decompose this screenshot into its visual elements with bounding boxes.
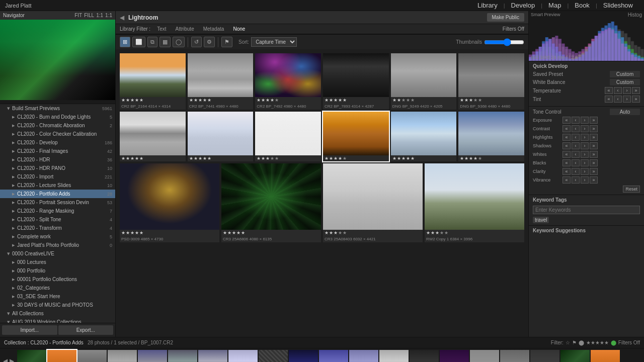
star-1[interactable]: ★ (223, 230, 227, 235)
filmstrip-thumb-17[interactable] (530, 350, 559, 363)
star-4[interactable]: ★ (440, 230, 444, 235)
star-2[interactable]: ★ (397, 98, 401, 103)
filter-green-dot[interactable]: ⬤ (611, 340, 616, 345)
tint-increment-large[interactable]: » (632, 96, 640, 103)
thumbnail-size-slider[interactable] (484, 38, 524, 46)
whites-increment[interactable]: › (581, 151, 589, 158)
star-5[interactable]: ★ (139, 98, 143, 103)
clarity-increment-large[interactable]: » (590, 168, 598, 175)
zoom-1-1[interactable]: 1:1 (96, 13, 103, 18)
filter-metadata[interactable]: Metadata (201, 26, 227, 32)
star-1[interactable]: ★ (460, 98, 464, 103)
tint-increment[interactable]: › (623, 96, 631, 103)
folder-item-14[interactable]: ▸ CL2020 - Transform 4 (0, 224, 115, 232)
loupe-view-button[interactable]: ⬜ (132, 37, 145, 47)
filter-attribute[interactable]: Attribute (173, 26, 196, 32)
vibrance-increment-large[interactable]: » (590, 176, 598, 184)
nav-develop[interactable]: Develop (505, 2, 541, 9)
export-button[interactable]: Export... (58, 325, 114, 335)
contrast-decrement[interactable]: ‹ (572, 125, 580, 132)
star-3[interactable]: ★ (130, 156, 134, 161)
filmstrip-thumb-3[interactable] (108, 350, 137, 363)
folder-item-5[interactable]: ▸ CL2020 - Final Images 42 (0, 147, 115, 155)
filmstrip-thumb-7[interactable] (228, 350, 258, 363)
folder-item-4[interactable]: ▸ CL2020 - Develop 186 (0, 138, 115, 147)
star-4[interactable]: ★ (270, 156, 274, 161)
star-3[interactable]: ★ (232, 230, 236, 235)
star-5[interactable]: ★ (139, 230, 143, 235)
star-4[interactable]: ★ (135, 98, 139, 103)
star-5[interactable]: ★ (241, 230, 245, 235)
star-2[interactable]: ★ (194, 156, 198, 161)
filmstrip-thumb-2[interactable] (77, 350, 107, 363)
star-2[interactable]: ★ (464, 98, 468, 103)
filmstrip-prev[interactable]: ◀ (3, 357, 8, 363)
saved-preset-value[interactable]: Custom (610, 71, 640, 77)
temp-decrement-large[interactable]: « (605, 87, 613, 94)
folder-item-10[interactable]: ▸ CL2020 - Portfolio Adds 28 (0, 190, 115, 198)
vibrance-decrement-large[interactable]: « (562, 176, 571, 184)
star-1[interactable]: ★ (189, 156, 193, 161)
folder-item-11[interactable]: ▸ CL2020 - Portrait Session Devin 53 (0, 198, 115, 207)
temp-decrement[interactable]: ‹ (614, 87, 622, 94)
highlights-increment-large[interactable]: » (590, 134, 598, 141)
filter-color-icon[interactable]: ⬤ (579, 340, 584, 345)
star-3[interactable]: ★ (130, 230, 134, 235)
star-2[interactable]: ★ (329, 98, 333, 103)
photo-cell-4[interactable]: ★★★★★CR2 BP_7893 4314 × 4287 (323, 53, 389, 110)
star-5[interactable]: ★ (478, 98, 482, 103)
folder-item-12[interactable]: ▸ CL2020 - Range Masking 7 (0, 207, 115, 215)
folder-item-3[interactable]: ▸ CL2020 - Color Checker Calibration (0, 130, 115, 138)
star-4[interactable]: ★ (338, 156, 342, 161)
filter-none[interactable]: None (230, 26, 248, 32)
photo-cell-9[interactable]: ★★★★★ (255, 112, 321, 161)
star-5[interactable]: ★ (478, 156, 482, 161)
folder-item-9[interactable]: ▸ CL2020 - Lecture Slides 10 (0, 181, 115, 190)
star-2[interactable]: ★ (329, 156, 333, 161)
blacks-decrement[interactable]: ‹ (572, 159, 580, 166)
highlights-decrement-large[interactable]: « (562, 134, 571, 141)
nav-map[interactable]: Map (542, 2, 567, 9)
folder-item-7[interactable]: ▸ CL2020 - HDR PANO 10 (0, 164, 115, 172)
photo-cell-8[interactable]: ★★★★★ (188, 112, 254, 161)
whites-decrement[interactable]: ‹ (572, 151, 580, 158)
tint-decrement[interactable]: ‹ (614, 96, 622, 103)
star-4[interactable]: ★ (473, 156, 477, 161)
star-2[interactable]: ★ (261, 98, 265, 103)
star-4[interactable]: ★ (270, 98, 274, 103)
filmstrip-thumb-15[interactable] (470, 350, 499, 363)
star-5[interactable]: ★ (411, 156, 415, 161)
blacks-increment[interactable]: › (581, 159, 589, 166)
folder-item-23[interactable]: ▸ 30 DAYS of MUSIC and PHOTOS (0, 301, 115, 309)
folder-item-6[interactable]: ▸ CL2020 - HDR 36 (0, 155, 115, 164)
star-5[interactable]: ★ (444, 230, 448, 235)
clarity-decrement-large[interactable]: « (562, 168, 571, 175)
compare-view-button[interactable]: ⧉ (147, 37, 157, 47)
rotate-right-button[interactable]: ⚙ (204, 37, 215, 47)
status-filters-off[interactable]: Filters Off (618, 340, 640, 345)
folder-item-16[interactable]: ▸ Jared Platt's Photo Portfolio 0 (0, 241, 115, 249)
star-1[interactable]: ★ (189, 98, 193, 103)
star-3[interactable]: ★ (401, 156, 406, 161)
star-5[interactable]: ★ (275, 156, 279, 161)
filmstrip-thumb-4[interactable] (138, 350, 167, 363)
blacks-decrement-large[interactable]: « (562, 159, 571, 166)
photo-cell-15[interactable]: ★★★★★CR3 25A08403 6032 × 4421 (323, 163, 423, 242)
star-5[interactable]: ★ (343, 98, 347, 103)
blacks-increment-large[interactable]: » (590, 159, 598, 166)
import-button[interactable]: Import... (2, 325, 57, 335)
contrast-increment-large[interactable]: » (590, 125, 598, 132)
star-3[interactable]: ★ (266, 98, 270, 103)
star-3[interactable]: ★ (198, 98, 202, 103)
star-5[interactable]: ★ (343, 156, 347, 161)
photo-cell-1[interactable]: ★★★★★CR2 BP_2164 4314 × 4314 (120, 53, 186, 110)
folder-item-0[interactable]: ▾ Build Smart Previews 5961 (0, 104, 115, 113)
star-2[interactable]: ★ (464, 156, 468, 161)
temp-increment-large[interactable]: » (632, 87, 640, 94)
shadows-decrement[interactable]: ‹ (572, 142, 580, 149)
star-4[interactable]: ★ (338, 98, 342, 103)
filters-off-label[interactable]: Filters Off (503, 26, 524, 32)
filter-text[interactable]: Text (154, 26, 169, 32)
star-2[interactable]: ★ (397, 156, 401, 161)
star-3[interactable]: ★ (435, 230, 439, 235)
